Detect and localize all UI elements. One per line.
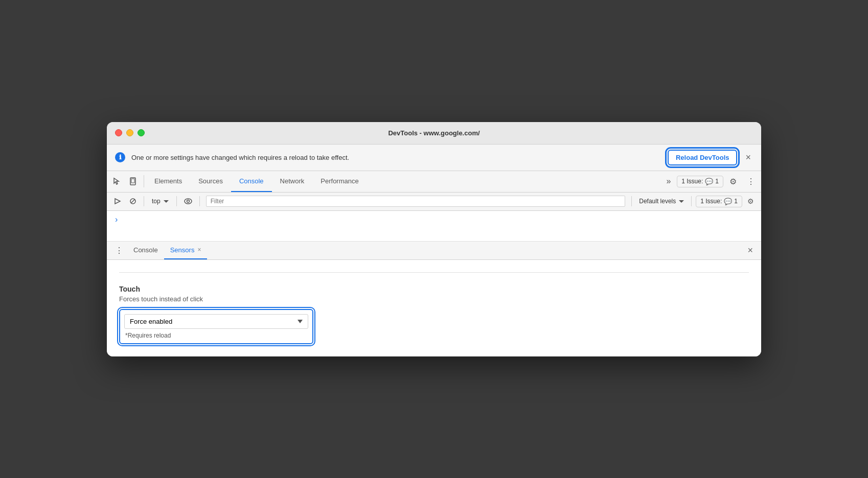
cursor-icon bbox=[113, 177, 121, 185]
play-icon bbox=[114, 198, 121, 205]
close-sensors-tab-icon[interactable]: × bbox=[197, 246, 201, 253]
console-issue-icon: 💬 bbox=[724, 198, 732, 205]
console-divider-4 bbox=[631, 196, 632, 206]
console-toolbar: top Default levels 1 Issue: 💬 1 ⚙ bbox=[107, 193, 761, 211]
tab-bar: Elements Sources Console Network Perform… bbox=[146, 171, 662, 192]
drawer-menu-button[interactable]: ⋮ bbox=[111, 244, 127, 257]
console-divider-1 bbox=[144, 196, 144, 206]
tab-console[interactable]: Console bbox=[231, 171, 272, 192]
minimize-button[interactable] bbox=[126, 129, 133, 136]
svg-marker-2 bbox=[115, 199, 120, 204]
tab-network[interactable]: Network bbox=[272, 171, 313, 192]
eye-icon bbox=[184, 198, 192, 204]
filter-input[interactable] bbox=[206, 196, 626, 207]
console-arrow-icon: › bbox=[115, 215, 118, 224]
svg-line-4 bbox=[131, 199, 135, 203]
console-settings-button[interactable]: ⚙ bbox=[744, 195, 757, 207]
execute-button[interactable] bbox=[111, 196, 124, 207]
drawer-tabs: ⋮ Console Sensors × × bbox=[107, 242, 761, 260]
tab-elements[interactable]: Elements bbox=[146, 171, 190, 192]
reload-devtools-button[interactable]: Reload DevTools bbox=[668, 150, 738, 165]
notification-text: One or more settings have changed which … bbox=[131, 154, 661, 161]
inspect-element-button[interactable] bbox=[109, 174, 125, 188]
close-notification-button[interactable]: × bbox=[743, 152, 753, 163]
close-button[interactable] bbox=[115, 129, 122, 136]
console-divider-2 bbox=[176, 196, 177, 206]
issue-chat-icon: 💬 bbox=[705, 178, 713, 185]
sensors-panel: Touch Forces touch instead of click None… bbox=[107, 260, 761, 356]
context-chevron-icon bbox=[164, 200, 169, 203]
more-tabs-button[interactable]: » bbox=[662, 175, 675, 188]
main-toolbar: Elements Sources Console Network Perform… bbox=[107, 171, 761, 193]
settings-button[interactable]: ⚙ bbox=[725, 174, 741, 189]
toolbar-right: » 1 Issue: 💬 1 ⚙ ⋮ bbox=[662, 174, 759, 189]
device-toggle-button[interactable] bbox=[125, 174, 142, 188]
issue-badge[interactable]: 1 Issue: 💬 1 bbox=[677, 176, 723, 187]
context-selector[interactable]: top bbox=[148, 196, 172, 206]
touch-select-container: None Force enabled Force disabled *Requi… bbox=[119, 309, 313, 344]
console-issue-badge[interactable]: 1 Issue: 💬 1 bbox=[696, 196, 742, 207]
window-title: DevTools - www.google.com/ bbox=[388, 129, 479, 137]
svg-rect-1 bbox=[131, 179, 134, 183]
block-icon bbox=[129, 198, 136, 205]
drawer-tab-console[interactable]: Console bbox=[127, 242, 164, 259]
toolbar-divider-1 bbox=[144, 175, 144, 187]
title-bar: DevTools - www.google.com/ bbox=[107, 122, 761, 145]
maximize-button[interactable] bbox=[138, 129, 145, 136]
close-drawer-button[interactable]: × bbox=[743, 245, 757, 256]
notification-bar: ℹ One or more settings have changed whic… bbox=[107, 145, 761, 171]
svg-point-6 bbox=[187, 200, 189, 203]
console-log-area: › bbox=[107, 211, 761, 242]
devtools-window: DevTools - www.google.com/ ℹ One or more… bbox=[107, 122, 761, 356]
touch-label: Touch bbox=[119, 285, 749, 293]
eye-button[interactable] bbox=[181, 196, 195, 206]
traffic-lights bbox=[115, 129, 145, 136]
touch-select[interactable]: None Force enabled Force disabled bbox=[124, 314, 308, 329]
tab-performance[interactable]: Performance bbox=[312, 171, 367, 192]
touch-description: Forces touch instead of click bbox=[119, 295, 749, 303]
tab-sources[interactable]: Sources bbox=[190, 171, 231, 192]
svg-point-5 bbox=[185, 199, 192, 204]
console-divider-3 bbox=[199, 196, 200, 206]
sensors-top-divider bbox=[119, 272, 749, 273]
device-icon bbox=[129, 177, 138, 185]
more-options-button[interactable]: ⋮ bbox=[743, 174, 759, 189]
console-divider-5 bbox=[691, 196, 692, 206]
clear-console-button[interactable] bbox=[126, 196, 140, 207]
drawer-tab-sensors[interactable]: Sensors × bbox=[164, 242, 208, 259]
levels-chevron-icon bbox=[679, 200, 684, 203]
info-icon: ℹ bbox=[115, 152, 125, 162]
requires-reload-text: *Requires reload bbox=[124, 332, 308, 339]
levels-selector[interactable]: Default levels bbox=[636, 197, 687, 206]
